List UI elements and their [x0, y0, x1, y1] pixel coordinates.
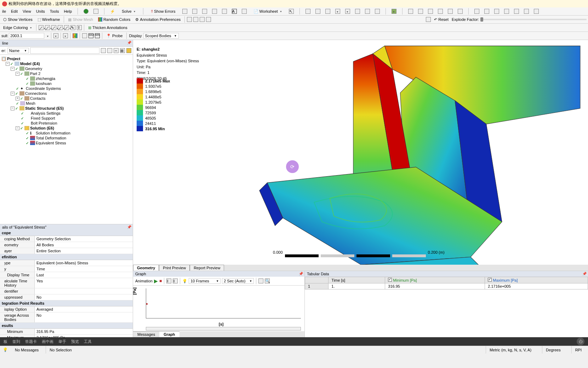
edge-g-icon[interactable]: ⇧	[77, 25, 82, 30]
status-messages[interactable]: No Messages	[15, 348, 39, 352]
edge-f-icon[interactable]: ✎	[70, 25, 75, 30]
random-colors-button[interactable]: Random Colors	[96, 17, 132, 22]
anim-mode-b-icon[interactable]: ⦀	[173, 278, 178, 283]
view-d-icon[interactable]	[504, 9, 509, 14]
tree-totaldef[interactable]: Total Deformation	[1, 136, 132, 140]
scale-dropdown-icon[interactable]	[46, 34, 49, 38]
sel-face-icon[interactable]	[325, 9, 330, 14]
section-b-icon[interactable]	[193, 17, 198, 22]
view-c-icon[interactable]	[494, 9, 499, 14]
menu-file[interactable]: ile	[2, 9, 6, 13]
frames-dropdown[interactable]: 10 Frames▼	[189, 278, 221, 284]
sel-mode-icon[interactable]	[345, 9, 350, 14]
val-id[interactable]	[35, 288, 133, 294]
result-geom-icon[interactable]	[53, 33, 58, 38]
view-b-icon[interactable]	[484, 9, 489, 14]
filter-b-icon[interactable]: ↔	[114, 48, 119, 53]
tree-part2[interactable]: −Part 2	[1, 71, 132, 76]
refresh-icon[interactable]	[84, 9, 89, 14]
worksheet-button[interactable]: 📄Worksheet	[252, 8, 284, 15]
tab-print-preview[interactable]: Print Preview	[159, 265, 190, 271]
menu-view[interactable]: View	[23, 9, 31, 13]
val-layer[interactable]: Entire Section	[35, 248, 133, 254]
checkbox-max[interactable]	[488, 278, 492, 282]
sel-edge-icon[interactable]	[315, 9, 320, 14]
annotation-prefs-button[interactable]: ⚙ Annotation Preferences	[133, 17, 182, 23]
cat-results[interactable]: esults	[0, 323, 133, 329]
filter-a-icon[interactable]	[107, 48, 112, 53]
tree-model[interactable]: −Model (E4)	[1, 61, 132, 66]
val-geom[interactable]: All Bodies	[35, 242, 133, 248]
lookat-icon[interactable]	[458, 9, 463, 14]
edge-coloring-button[interactable]: Edge Coloring	[1, 25, 34, 30]
zoom-box-icon[interactable]	[438, 9, 443, 14]
collapse-icon[interactable]: −	[16, 126, 19, 130]
result-capped-icon[interactable]	[82, 33, 87, 38]
filter-clear-icon[interactable]	[101, 48, 106, 53]
val-avg[interactable]: No	[35, 312, 133, 322]
tree-project[interactable]: 📋Project	[1, 56, 132, 61]
anim-mode-a-icon[interactable]: ⦀	[166, 278, 171, 283]
zoom-icon[interactable]	[428, 9, 433, 14]
section-a-icon[interactable]	[187, 17, 192, 22]
tree-bolt[interactable]: Bolt Pretension	[1, 121, 132, 126]
tree-coord[interactable]: ✦Coordinate Systems	[1, 86, 132, 91]
fea-model[interactable]	[197, 40, 588, 271]
zoom-fit-icon[interactable]	[448, 9, 453, 14]
edge-e-icon[interactable]: ／	[64, 25, 69, 30]
power-button[interactable]: ⏻	[577, 338, 584, 345]
menu-tools[interactable]: Tools	[50, 9, 59, 13]
filter-expand-icon[interactable]: ⊞	[120, 48, 125, 53]
tb-item-2[interactable]: 答题卡	[25, 339, 37, 344]
tree-solution[interactable]: −⚡Solution (E6)	[1, 126, 132, 131]
tree-zhichengjia[interactable]: zhichengjia	[1, 76, 132, 81]
tree-geometry[interactable]: −Geometry	[1, 66, 132, 71]
icon-b[interactable]	[192, 9, 197, 14]
min-label-icon[interactable]: MIN	[95, 33, 100, 38]
section-c-icon[interactable]	[200, 17, 205, 22]
max-label-icon[interactable]: MAX	[89, 33, 93, 38]
icon-e[interactable]	[222, 9, 227, 14]
menu-units[interactable]: Units	[36, 9, 45, 13]
sel-ext-icon[interactable]	[365, 9, 370, 14]
collapse-icon[interactable]: −	[6, 62, 10, 66]
sel-vertex-icon[interactable]	[306, 9, 310, 14]
menu-help[interactable]: Help	[64, 9, 72, 13]
scale-input[interactable]	[9, 33, 44, 39]
result-contour-icon[interactable]	[63, 33, 68, 38]
pin-icon[interactable]: 📌	[127, 41, 131, 45]
scoped-bodies-dropdown[interactable]: Scoped Bodies▼	[143, 33, 179, 39]
tb-item-6[interactable]: 工具	[84, 339, 92, 344]
table-row[interactable]: 1 1. 316.95 2.1716e+005	[305, 283, 588, 289]
checkbox-min[interactable]	[388, 278, 392, 282]
select-arrow-icon[interactable]: ↖	[289, 9, 294, 14]
tree-mesh[interactable]: Mesh	[1, 101, 132, 106]
result-legend-icon[interactable]	[73, 33, 78, 38]
tab-report-preview[interactable]: Report Preview	[190, 265, 224, 271]
play-button[interactable]: ▶	[154, 278, 158, 284]
probe-button[interactable]: 📍Probe	[104, 33, 124, 39]
tree-static[interactable]: −Static Structural (E5)	[1, 106, 132, 111]
val-supp[interactable]: No	[35, 294, 133, 300]
val-calctime[interactable]: Yes	[35, 278, 133, 288]
section-d-icon[interactable]	[206, 17, 211, 22]
tb-item-5[interactable]: 预览	[71, 339, 79, 344]
menu-edit[interactable]: Edit	[11, 9, 18, 13]
val-disptime[interactable]: Last	[35, 272, 133, 278]
zoom-anim-icon[interactable]: 🔍	[265, 278, 270, 283]
filter-folder-icon[interactable]	[126, 48, 131, 53]
tree-connections[interactable]: −Connections	[1, 91, 132, 96]
view-a-icon[interactable]	[474, 9, 479, 14]
graph-scrollbar[interactable]	[146, 327, 301, 330]
filter-input[interactable]	[30, 47, 99, 54]
tb-item-3[interactable]: 画中画	[42, 339, 53, 344]
bulb-icon[interactable]: 💡	[182, 279, 187, 283]
pin-icon[interactable]: 📌	[127, 225, 131, 229]
collapse-icon[interactable]: −	[11, 92, 15, 96]
show-errors-button[interactable]: ‼ Show Errors	[149, 8, 177, 14]
tree-luoshuan[interactable]: luoshuan	[1, 81, 132, 86]
edge-b-icon[interactable]: ／	[45, 25, 50, 30]
tree-contacts[interactable]: +Contacts	[1, 96, 132, 101]
tree-solinfo[interactable]: ℹSolution Information	[1, 131, 132, 136]
view-e-icon[interactable]	[514, 9, 519, 14]
